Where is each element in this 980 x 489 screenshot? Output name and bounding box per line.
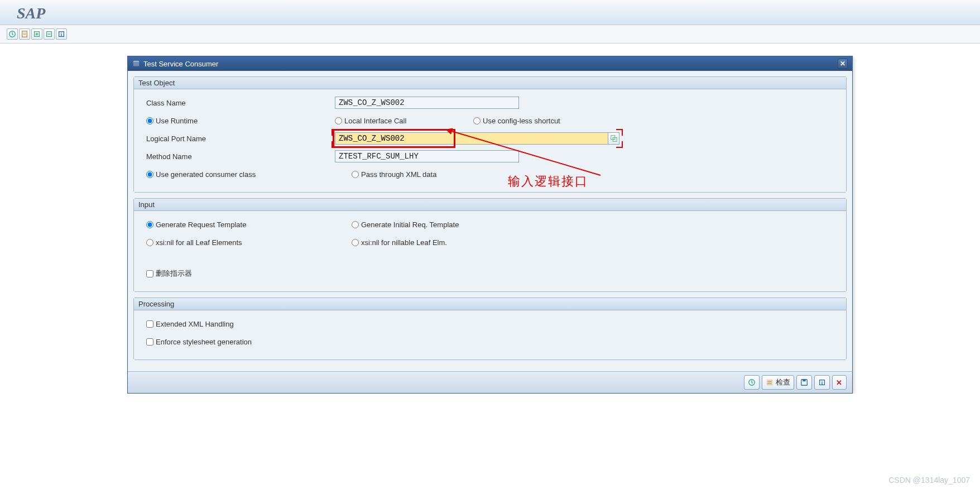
method-name-label: Method Name bbox=[146, 152, 330, 161]
radio-gen-init-template[interactable]: Generate Initial Req. Template bbox=[352, 220, 459, 229]
footer-cancel-button[interactable]: ✕ bbox=[832, 375, 847, 390]
radio-gen-req-template-input[interactable] bbox=[146, 221, 153, 228]
radio-local-interface[interactable]: Local Interface Call bbox=[335, 117, 469, 125]
check-delete-indicator-input[interactable] bbox=[146, 270, 153, 277]
radio-configless-input[interactable] bbox=[473, 117, 481, 124]
class-name-field bbox=[335, 97, 519, 109]
dialog-close-button[interactable]: ✕ bbox=[838, 59, 848, 69]
class-name-label: Class Name bbox=[146, 99, 330, 107]
expand-icon[interactable] bbox=[31, 28, 42, 40]
svg-rect-6 bbox=[133, 61, 140, 66]
radio-gen-init-template-input[interactable] bbox=[352, 221, 359, 228]
group-input: Input Generate Request Template Generate… bbox=[133, 198, 847, 292]
group-title-processing: Processing bbox=[134, 298, 846, 310]
radio-generated-class-input[interactable] bbox=[146, 171, 153, 178]
svg-text:i: i bbox=[61, 32, 62, 37]
check-delete-indicator[interactable]: 删除指示器 bbox=[146, 269, 192, 279]
footer-save-button[interactable] bbox=[796, 375, 812, 390]
radio-generated-class[interactable]: Use generated consumer class bbox=[146, 170, 347, 179]
f4-help-icon bbox=[610, 135, 618, 142]
app-toolbar: i bbox=[0, 25, 980, 44]
dialog-title-text: Test Service Consumer bbox=[143, 60, 218, 68]
check-enforce-stylesheet-input[interactable] bbox=[146, 338, 153, 346]
svg-rect-13 bbox=[803, 380, 805, 382]
radio-gen-req-template[interactable]: Generate Request Template bbox=[146, 220, 347, 229]
check-extended-xml[interactable]: Extended XML Handling bbox=[146, 320, 234, 328]
radio-xsi-all-input[interactable] bbox=[146, 239, 153, 246]
app-header: SAP bbox=[0, 0, 980, 25]
radio-use-runtime[interactable]: Use Runtime bbox=[146, 117, 330, 125]
app-title: SAP bbox=[17, 4, 45, 22]
info-icon[interactable]: i bbox=[56, 28, 67, 40]
radio-configless[interactable]: Use config-less shortcut bbox=[473, 117, 560, 125]
svg-rect-1 bbox=[22, 31, 27, 37]
footer-check-button[interactable]: 检查 bbox=[762, 375, 794, 390]
check-icon bbox=[766, 378, 774, 386]
logical-port-label: Logical Port Name bbox=[146, 135, 330, 143]
radio-pass-xml[interactable]: Pass through XML data bbox=[352, 170, 436, 179]
check-extended-xml-input[interactable] bbox=[146, 320, 153, 328]
display-object-icon[interactable] bbox=[19, 28, 30, 40]
radio-use-runtime-input[interactable] bbox=[146, 117, 153, 124]
dialog-titlebar: Test Service Consumer ✕ bbox=[128, 56, 852, 71]
logical-port-f4-button[interactable] bbox=[608, 132, 619, 145]
svg-rect-11 bbox=[767, 380, 773, 386]
group-title-test-object: Test Object bbox=[134, 77, 846, 89]
svg-text:i: i bbox=[822, 380, 823, 386]
dialog-footer: 检查 i ✕ bbox=[128, 371, 852, 393]
method-name-field bbox=[335, 150, 519, 162]
dialog-icon bbox=[132, 60, 140, 68]
footer-info-button[interactable]: i bbox=[814, 375, 830, 390]
radio-xsi-nillable-input[interactable] bbox=[352, 239, 359, 246]
info-icon: i bbox=[818, 378, 826, 386]
footer-execute-button[interactable] bbox=[744, 375, 760, 390]
group-test-object: Test Object Class Name Use Runtime L bbox=[133, 76, 847, 193]
execute-icon[interactable] bbox=[7, 28, 18, 40]
collapse-icon[interactable] bbox=[44, 28, 55, 40]
test-service-consumer-dialog: Test Service Consumer ✕ Test Object Clas… bbox=[127, 56, 853, 394]
check-enforce-stylesheet[interactable]: Enforce stylesheet generation bbox=[146, 338, 252, 346]
group-processing: Processing Extended XML Handling Enforce… bbox=[133, 298, 847, 360]
logical-port-field[interactable] bbox=[335, 132, 608, 145]
radio-xsi-nillable[interactable]: xsi:nil for nillable Leaf Elm. bbox=[352, 238, 447, 247]
save-icon bbox=[800, 378, 808, 386]
radio-pass-xml-input[interactable] bbox=[352, 171, 359, 178]
group-title-input: Input bbox=[134, 199, 846, 211]
radio-local-interface-input[interactable] bbox=[335, 117, 342, 124]
radio-xsi-all[interactable]: xsi:nil for all Leaf Elements bbox=[146, 238, 347, 247]
